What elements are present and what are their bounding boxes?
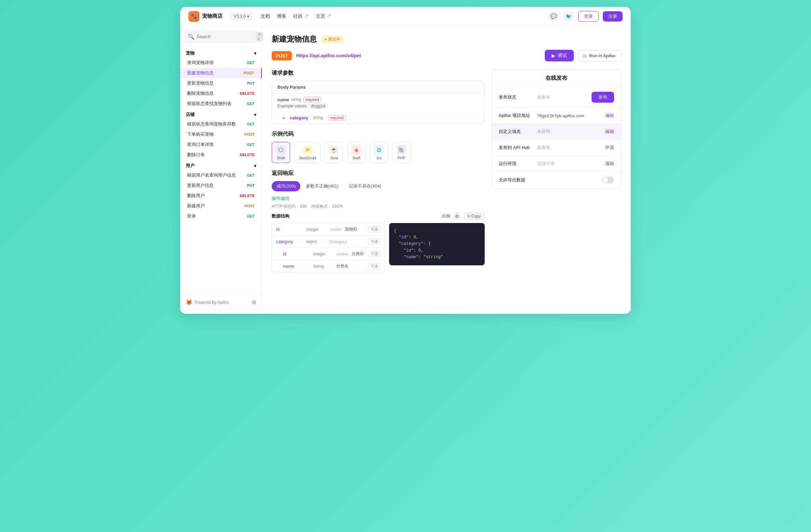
method-label: POST	[272, 51, 292, 60]
method-badge-get: GET	[245, 60, 256, 65]
sidebar-item-user-update[interactable]: 更新用户信息 PUT	[180, 180, 262, 191]
wechat-icon[interactable]: 💬	[548, 11, 559, 22]
page-title: 新建宠物信息	[272, 34, 317, 44]
chevron-right-icon[interactable]: ▶	[283, 116, 286, 120]
code-tab-swift[interactable]: ◈ Swift	[347, 142, 366, 163]
java-icon: ☕	[329, 145, 339, 154]
php-icon: 🐘	[397, 145, 406, 154]
edit-domain-link[interactable]: 编辑	[605, 129, 614, 135]
sidebar-section-pets[interactable]: 宠物 ▾	[180, 47, 262, 58]
publish-panel: 在线发布 发布状态 未发布 发布 Apifox 项目地址 76ge23h7pb.…	[492, 70, 621, 189]
response-tab-401[interactable]: 参数不正确(401)	[301, 181, 343, 191]
register-button[interactable]: 注册	[603, 11, 623, 21]
sidebar-section-users[interactable]: 用户 ▾	[180, 160, 262, 170]
method-badge-delete2: DELETE	[238, 152, 256, 157]
code-tab-java[interactable]: ☕ Java	[325, 142, 343, 163]
response-meta: HTTP 状态码：200 内容格式：JSON	[272, 204, 485, 209]
search-box[interactable]: 🔍 ⌘ K	[184, 30, 258, 43]
endpoint-row: POST Https://api.apifox.com/v4/pet ▶ 调试 …	[272, 50, 621, 61]
search-input[interactable]	[197, 34, 254, 39]
publish-row-api-hub: 发布到 API Hub 未发布 申请	[492, 140, 621, 156]
nav-home[interactable]: 主页 ↗	[316, 13, 331, 19]
code-tab-shell[interactable]: ⬡ Shell	[272, 142, 290, 163]
logo-text: 宠物商店	[202, 13, 223, 19]
param-row-category: ▶ category string required	[272, 112, 484, 123]
method-badge-post3: POST	[243, 204, 256, 208]
sidebar-item-shop-order-detail[interactable]: 查询订单详情 GET	[180, 139, 262, 150]
sidebar-item-post-pet[interactable]: 新建宠物信息 POST	[180, 68, 262, 78]
request-params-section: 请求参数 Body Params name string required	[272, 70, 485, 124]
response-tab-200[interactable]: 成功(200)	[272, 181, 300, 191]
param-tags-name: name string required	[278, 97, 479, 102]
data-row-category-name: name String 分类名 可选	[272, 260, 385, 272]
code-tab-php[interactable]: 🐘 PHP	[392, 142, 411, 163]
chevron-down-icon: ▾	[247, 14, 249, 19]
sidebar-item-delete-pet[interactable]: 删除宠物信息 DELETE	[180, 88, 262, 99]
page-title-row: 新建宠物信息 ● 测试中	[272, 34, 621, 44]
method-badge-put2: PUT	[245, 183, 256, 188]
method-badge-get3: GET	[245, 122, 256, 127]
right-column: 在线发布 发布状态 未发布 发布 Apifox 项目地址 76ge23h7pb.…	[492, 70, 621, 279]
sidebar-item-get-pet[interactable]: 查询宠物详情 GET	[180, 58, 262, 68]
method-badge-put: PUT	[245, 81, 256, 86]
code-tab-js[interactable]: JS JavaScript	[294, 142, 321, 163]
version-badge[interactable]: V3.3.0 ▾	[231, 13, 252, 20]
method-badge-get2: GET	[245, 101, 256, 106]
success-label: 操作成功	[272, 195, 485, 202]
response-title: 返回响应	[272, 170, 485, 177]
sidebar-section-shop[interactable]: 店铺 ▾	[180, 109, 262, 119]
publish-button[interactable]: 发布	[592, 92, 614, 103]
sidebar-item-shop-order[interactable]: 下单购买宠物 POST	[180, 129, 262, 139]
sidebar-item-user-query[interactable]: 根据用户名查询用户信息 GET	[180, 170, 262, 180]
publish-row-env: 运行环境 选择环境 编辑	[492, 156, 621, 172]
settings-icon[interactable]: ⚙	[453, 212, 461, 220]
method-badge-post2: POST	[243, 132, 256, 137]
chevron-down-icon: ▾	[254, 112, 256, 117]
export-toggle[interactable]	[602, 177, 614, 183]
edit-env-link[interactable]: 编辑	[605, 161, 614, 167]
publish-row-export: 允许导出数据	[492, 172, 621, 188]
example-label: 示例	[441, 213, 450, 219]
sidebar-item-find-pet[interactable]: 根据状态查找宠物列表 GET	[180, 99, 262, 109]
sidebar-item-user-login[interactable]: 登录 GET	[180, 211, 262, 221]
login-button[interactable]: 登录	[578, 11, 599, 22]
data-structure-label: 数据结构	[272, 213, 289, 219]
edit-project-url-link[interactable]: 编辑	[605, 113, 614, 119]
header-right: 💬 🐦 登录 注册	[548, 11, 623, 22]
settings-icon[interactable]: ⚙	[252, 299, 256, 306]
sidebar-item-shop-delete-order[interactable]: 删除订单 DELETE	[180, 150, 262, 160]
test-button[interactable]: ▶ 调试	[545, 50, 574, 61]
publish-header: 在线发布	[492, 70, 621, 87]
nav-docs[interactable]: 文档	[260, 13, 270, 19]
status-badge: ● 测试中	[321, 35, 344, 43]
publish-row-custom-domain: 自定义域名 未使用 编辑	[492, 124, 621, 140]
response-tabs: 成功(200) 参数不正确(401) 记录不存在(404)	[272, 181, 485, 191]
twitter-icon[interactable]: 🐦	[563, 11, 574, 22]
publish-row-project-url: Apifox 项目地址 76ge23h7pb.apifox.com 编辑	[492, 108, 621, 124]
method-badge-get6: GET	[245, 214, 256, 219]
request-params-title: 请求参数	[272, 70, 485, 77]
data-row-id: id integer <int64> 宠物ID 可选	[272, 223, 385, 236]
sidebar-item-user-delete[interactable]: 删除用户 DELETE	[180, 191, 262, 201]
data-table-header: 数据结构 示例 ⚙ ⎘ Copy	[272, 212, 485, 220]
sidebar-item-put-pet[interactable]: 更新宠物信息 PUT	[180, 78, 262, 88]
response-tab-404[interactable]: 记录不存在(404)	[344, 181, 386, 191]
data-row-category-id: id integer <int64> 分类ID 可选	[272, 248, 385, 260]
sidebar-item-user-create[interactable]: 新建用户 POST	[180, 201, 262, 211]
nav-blog[interactable]: 博客	[277, 13, 286, 19]
example-controls: 示例 ⚙ ⎘ Copy	[441, 212, 485, 220]
code-examples-section: 示例代码 ⬡ Shell JS JavaScript ☕	[272, 131, 485, 163]
play-icon: ▶	[552, 53, 555, 58]
sidebar-item-shop-inventory[interactable]: 根据状态查询宠物库存数 GET	[180, 119, 262, 129]
apply-api-hub-link[interactable]: 申请	[605, 145, 614, 151]
nav-community[interactable]: 社区 ↗	[293, 13, 309, 19]
param-row-name: name string required Example values: dog…	[272, 93, 484, 112]
logo-icon: 🐾	[188, 11, 199, 22]
method-badge-get4: GET	[245, 142, 256, 147]
copy-button[interactable]: ⎘ Copy	[464, 212, 485, 220]
run-button[interactable]: ▷ Run in Apifox	[578, 50, 621, 61]
data-row-category: category object {Category} 可选	[272, 236, 385, 248]
method-badge-delete: DELETE	[238, 91, 256, 96]
code-tab-go[interactable]: ⊙ Go	[370, 142, 388, 163]
json-preview-container: { "id": 0, "category": { "id": 0, "name"…	[389, 223, 485, 272]
